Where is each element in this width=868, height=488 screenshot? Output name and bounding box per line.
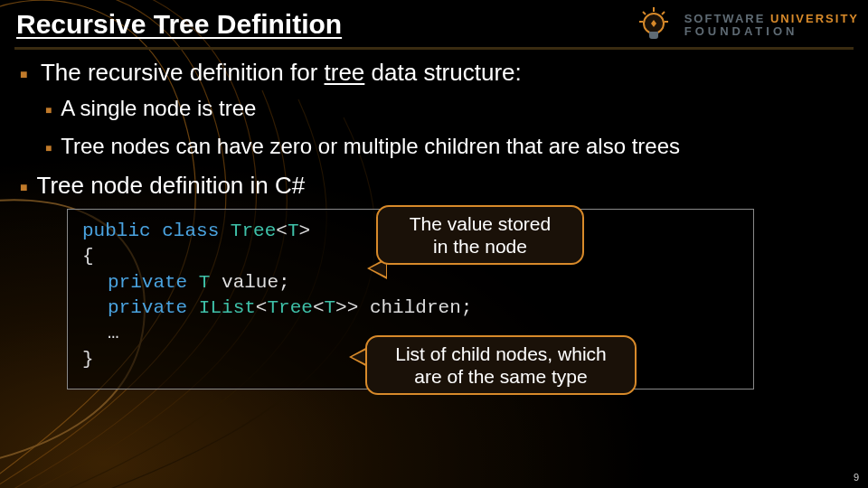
bubble-2-line2: are of the same type — [385, 365, 617, 388]
bullet-list: The recursive definition for tree data s… — [20, 59, 854, 200]
code-line-4: private IList<Tree<T>> children; — [82, 296, 739, 321]
slide-content: Recursive Tree Definition The recursive … — [0, 0, 868, 403]
bullet-2: Tree node definition in C# — [20, 172, 854, 200]
annotation-bubble-value: The value stored in the node — [376, 205, 584, 265]
bullet-1-pre: The recursive definition for — [41, 59, 325, 86]
svg-line-6 — [662, 12, 665, 14]
logo: SOFTWARE UNIVERSITY FOUNDATION — [632, 4, 859, 47]
page-number: 9 — [854, 472, 859, 483]
title-rule — [14, 47, 854, 50]
code-line-3: private T value; — [82, 270, 739, 296]
logo-text: SOFTWARE UNIVERSITY FOUNDATION — [684, 13, 859, 37]
bullet-1-sublist: A single node is tree Tree nodes can hav… — [45, 96, 854, 159]
bullet-1-sub1: A single node is tree — [45, 96, 854, 121]
bubble-1-line2: in the node — [396, 235, 564, 258]
bullet-1: The recursive definition for tree data s… — [20, 59, 854, 159]
svg-line-5 — [643, 12, 646, 14]
bubble-1-line1: The value stored — [396, 212, 564, 235]
logo-line2: FOUNDATION — [684, 25, 859, 38]
code-area: public class Tree<T> { private T value; … — [67, 209, 835, 403]
bullet-1-sub2: Tree nodes can have zero or multiple chi… — [45, 134, 854, 159]
annotation-bubble-children: List of child nodes, which are of the sa… — [365, 335, 637, 395]
bubble-2-line1: List of child nodes, which — [385, 343, 617, 365]
lightbulb-icon — [632, 4, 675, 47]
bullet-1-term: tree — [325, 59, 365, 86]
bullet-1-post: data structure: — [364, 59, 521, 86]
